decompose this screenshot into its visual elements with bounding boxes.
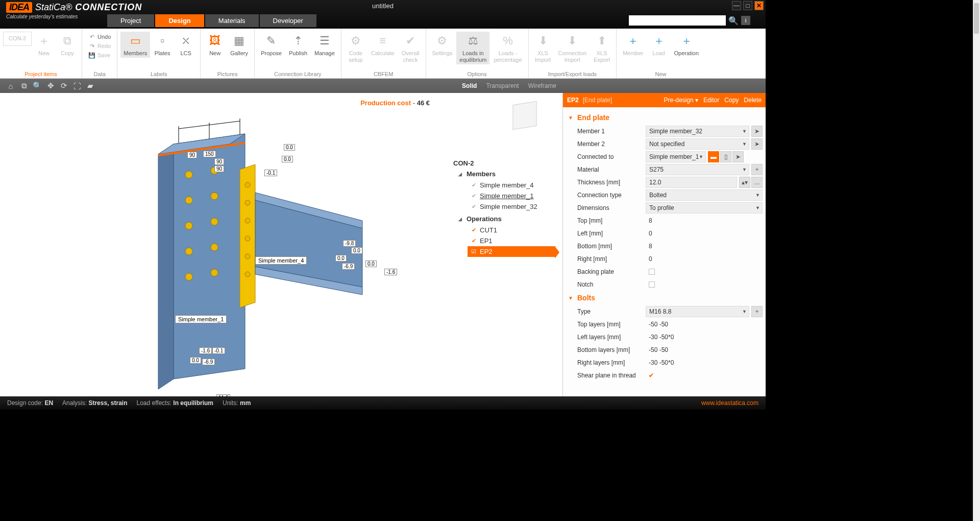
tree-item-member4[interactable]: ✔Simple member_4	[468, 180, 555, 191]
left-input[interactable]: 0	[646, 228, 763, 239]
bolt-type-add-button[interactable]: ＋	[751, 306, 763, 317]
connected-select[interactable]: Simple member_1▼	[646, 151, 706, 162]
navigation-cube[interactable]	[512, 101, 536, 130]
section-bolts[interactable]: Bolts	[565, 291, 763, 305]
left-layers-input[interactable]: -30 -50*0	[646, 331, 763, 343]
redo-button[interactable]: ↷Redo	[87, 42, 112, 50]
section-end-plate[interactable]: End plate	[565, 110, 763, 125]
material-select[interactable]: S275▼	[646, 164, 749, 175]
undo-button[interactable]: ↶Undo	[87, 33, 112, 41]
overall-check-button[interactable]: ✔Overall check	[399, 32, 423, 64]
tree-group-operations[interactable]: ◢Operations	[458, 215, 555, 223]
window-close-button[interactable]: ✕	[754, 1, 764, 10]
right-layers-input[interactable]: -30 -50*0	[646, 357, 763, 368]
delete-button[interactable]: Delete	[744, 97, 762, 104]
tree-item-ep2[interactable]: ☑EP2	[468, 246, 555, 257]
search-icon[interactable]: 🔍	[729, 16, 738, 25]
propose-button[interactable]: ✎Propose	[258, 32, 285, 58]
xls-export-button[interactable]: ⬆XLS Export	[591, 32, 613, 64]
new-picture-button[interactable]: 🖼New	[204, 32, 226, 58]
tab-developer[interactable]: Developer	[260, 14, 316, 27]
top-layers-input[interactable]: -50 -50	[646, 319, 763, 330]
member1-select[interactable]: Simple member_32▼	[646, 126, 749, 137]
right-input[interactable]: 0	[646, 253, 763, 265]
loads-percentage-button[interactable]: %Loads - percentage	[491, 32, 525, 64]
connected-pick-button[interactable]: ➤	[732, 151, 744, 162]
bottom-layers-input[interactable]: -50 -50	[646, 344, 763, 356]
svg-marker-0	[174, 134, 245, 379]
publish-button[interactable]: ⇡Publish	[286, 32, 310, 58]
connected-option2-button[interactable]: ▯	[720, 151, 731, 162]
connection-import-button[interactable]: ⬇Connection Import	[555, 32, 590, 64]
tree-item-ep1[interactable]: ✔EP1	[468, 235, 555, 246]
gallery-button[interactable]: ▦Gallery	[227, 32, 251, 58]
tab-design[interactable]: Design	[155, 14, 204, 27]
load-add-icon: ＋	[651, 33, 667, 49]
svg-point-11	[211, 193, 218, 200]
view-mode-transparent[interactable]: Transparent	[486, 82, 519, 89]
new-project-item-button[interactable]: ＋New	[33, 32, 55, 58]
new-member-button[interactable]: ＋Member	[620, 32, 646, 58]
dimensions-select[interactable]: To profile▼	[646, 202, 763, 214]
members-label-button[interactable]: ▭Members	[120, 32, 150, 58]
tree-item-member32[interactable]: ✔Simple member_32	[468, 201, 555, 212]
members-icon: ▭	[127, 33, 143, 49]
notch-checkbox[interactable]	[649, 281, 655, 288]
material-add-button[interactable]: ＋	[751, 164, 763, 175]
copy-project-item-button[interactable]: ⧉Copy	[56, 32, 79, 58]
zoom-window-button[interactable]: ⧉	[17, 79, 31, 92]
window-minimize-button[interactable]: —	[732, 1, 741, 10]
viewport-3d[interactable]: Production cost - 46 €	[0, 93, 562, 396]
tab-materials[interactable]: Materials	[205, 14, 259, 27]
new-load-button[interactable]: ＋Load	[648, 32, 670, 58]
manage-button[interactable]: ☰Manage	[311, 32, 338, 58]
new-operation-button[interactable]: ＋Operation	[671, 32, 702, 58]
props-scrollbar[interactable]	[973, 0, 980, 521]
search-input[interactable]	[629, 15, 726, 26]
predesign-button[interactable]: Pre-design ▾	[664, 97, 698, 104]
bottom-input[interactable]: 8	[646, 241, 763, 252]
zoom-button[interactable]: 🔍	[31, 79, 44, 92]
editor-button[interactable]: Editor	[703, 97, 719, 104]
view-mode-wireframe[interactable]: Wireframe	[528, 82, 556, 89]
tab-project[interactable]: Project	[107, 14, 154, 27]
pan-button[interactable]: ✥	[44, 79, 57, 92]
backing-plate-checkbox[interactable]	[649, 269, 655, 275]
loads-equilibrium-button[interactable]: ⚖Loads in equilibrium	[456, 32, 489, 64]
xls-import-button[interactable]: ⬇XLS Import	[532, 32, 554, 64]
website-link[interactable]: www.ideastatica.com	[701, 399, 758, 407]
plates-label-button[interactable]: ▫Plates	[151, 32, 174, 58]
save-button[interactable]: 💾Save	[87, 51, 112, 59]
home-view-button[interactable]: ⌂	[4, 79, 17, 92]
view-mode-solid[interactable]: Solid	[462, 82, 477, 89]
shear-plane-checkbox[interactable]: ✔	[649, 372, 654, 379]
connection-type-select[interactable]: Bolted▼	[646, 190, 763, 201]
rotate-button[interactable]: ⟳	[57, 79, 70, 92]
thickness-more-button[interactable]: …	[751, 177, 763, 188]
member2-pick-button[interactable]: ➤	[751, 138, 763, 150]
tree-root[interactable]: CON-2	[453, 159, 555, 167]
project-item-con2[interactable]: CON-2	[3, 32, 32, 46]
tree-item-member1[interactable]: ✔Simple member_1	[468, 191, 555, 201]
connected-option1-button[interactable]: ▬	[708, 151, 719, 162]
code-setup-button[interactable]: ⚙Code setup	[345, 32, 367, 64]
production-cost-value: 46 €	[417, 99, 430, 107]
settings-button[interactable]: ⚙Settings	[429, 32, 456, 58]
perspective-button[interactable]: ▰	[84, 79, 97, 92]
tree-item-cut1[interactable]: ✔CUT1	[468, 225, 555, 235]
thickness-step-button[interactable]: ▴▾	[739, 177, 750, 188]
top-input[interactable]: 8	[646, 215, 763, 226]
window-maximize-button[interactable]: □	[743, 1, 752, 10]
calculate-button[interactable]: ≡Calculate	[368, 32, 398, 58]
thickness-input[interactable]: 12.0	[646, 177, 737, 188]
bolt-type-select[interactable]: M16 8.8▼	[646, 306, 749, 317]
tree-group-members[interactable]: ◢Members	[458, 170, 555, 178]
copy-button[interactable]: Copy	[724, 97, 739, 104]
group-label-options: Options	[429, 70, 525, 78]
member2-select[interactable]: Not specified▼	[646, 138, 749, 150]
lcs-label-button[interactable]: ⤬LCS	[175, 32, 197, 58]
info-button[interactable]: i	[741, 16, 750, 25]
group-label-import-export: Import/Export loads	[532, 70, 614, 78]
member1-pick-button[interactable]: ➤	[751, 126, 763, 137]
fullscreen-button[interactable]: ⛶	[70, 79, 84, 92]
